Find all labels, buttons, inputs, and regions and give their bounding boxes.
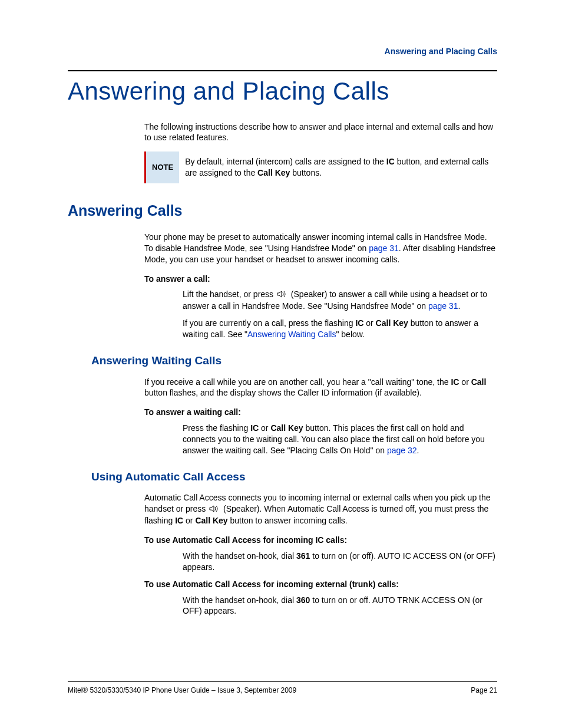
- text: or: [259, 423, 270, 433]
- intro-paragraph: The following instructions describe how …: [144, 121, 497, 144]
- top-rule: [68, 70, 497, 71]
- link-page-32[interactable]: page 32: [387, 446, 417, 455]
- heading-auto-call-access: Using Automatic Call Access: [91, 469, 497, 485]
- note-text: By default, internal (intercom) calls ar…: [185, 157, 386, 166]
- list-item: Press the flashing IC or Call Key button…: [183, 423, 497, 456]
- footer-right: Page 21: [471, 686, 497, 695]
- bold-callkey: Call Key: [270, 423, 303, 433]
- text: or: [459, 377, 471, 387]
- bold-callkey: Call Key: [376, 318, 408, 328]
- sub-heading: To use Automatic Call Access for incomin…: [144, 579, 497, 590]
- list-item: With the handset on-hook, dial 361 to tu…: [183, 551, 497, 573]
- text: or: [183, 516, 195, 525]
- bold-ic: IC: [451, 377, 459, 387]
- bold-ic: IC: [355, 318, 363, 328]
- paragraph: If you receive a call while you are on a…: [144, 377, 497, 399]
- sub-heading: To answer a waiting call:: [144, 407, 497, 418]
- note-content: By default, internal (intercom) calls ar…: [179, 151, 497, 183]
- bold-call: Call: [471, 377, 487, 387]
- note-bold-callkey: Call Key: [257, 168, 290, 177]
- text: button flashes, and the display shows th…: [144, 388, 422, 397]
- text: .: [458, 301, 461, 311]
- text: With the handset on-hook, dial: [183, 595, 296, 605]
- page-footer: Mitel® 5320/5330/5340 IP Phone User Guid…: [68, 681, 497, 695]
- list-item: If you are currently on a call, press th…: [183, 318, 497, 340]
- sub-heading: To use Automatic Call Access for incomin…: [144, 535, 497, 546]
- text: or: [363, 318, 375, 328]
- speaker-icon: [277, 289, 287, 301]
- text: Lift the handset, or press: [183, 289, 276, 299]
- paragraph: Your phone may be preset to automaticall…: [144, 232, 497, 265]
- bold-ic: IC: [250, 423, 259, 433]
- text: If you are currently on a call, press th…: [183, 318, 355, 328]
- text: .: [417, 446, 419, 455]
- text: If you receive a call while you are on a…: [144, 377, 451, 387]
- bold-360: 360: [296, 595, 310, 605]
- link-page-31[interactable]: page 31: [428, 301, 458, 311]
- link-page-31[interactable]: page 31: [369, 243, 399, 253]
- note-text: buttons.: [290, 168, 322, 177]
- heading-answering-waiting: Answering Waiting Calls: [91, 353, 497, 368]
- text: button to answer incoming calls.: [228, 516, 348, 525]
- text: " below.: [336, 330, 365, 339]
- speaker-icon: [209, 504, 220, 515]
- list-item: Lift the handset, or press (Speaker) to …: [183, 289, 497, 312]
- note-bold-ic: IC: [386, 157, 395, 166]
- bold-361: 361: [296, 551, 310, 561]
- chapter-title: Answering and Placing Calls: [68, 75, 497, 108]
- note-box: NOTE By default, internal (intercom) cal…: [144, 151, 497, 183]
- list-item: With the handset on-hook, dial 360 to tu…: [183, 595, 497, 617]
- running-header: Answering and Placing Calls: [68, 46, 497, 57]
- text: With the handset on-hook, dial: [183, 551, 296, 561]
- heading-answering-calls: Answering Calls: [68, 201, 497, 221]
- bold-callkey: Call Key: [195, 516, 227, 525]
- note-label: NOTE: [146, 151, 179, 183]
- text: Press the flashing: [183, 423, 250, 433]
- paragraph: Automatic Call Access connects you to in…: [144, 492, 497, 526]
- bold-ic: IC: [175, 516, 183, 525]
- sub-heading: To answer a call:: [144, 274, 497, 285]
- link-answering-waiting[interactable]: Answering Waiting Calls: [247, 330, 336, 339]
- footer-left: Mitel® 5320/5330/5340 IP Phone User Guid…: [68, 686, 296, 695]
